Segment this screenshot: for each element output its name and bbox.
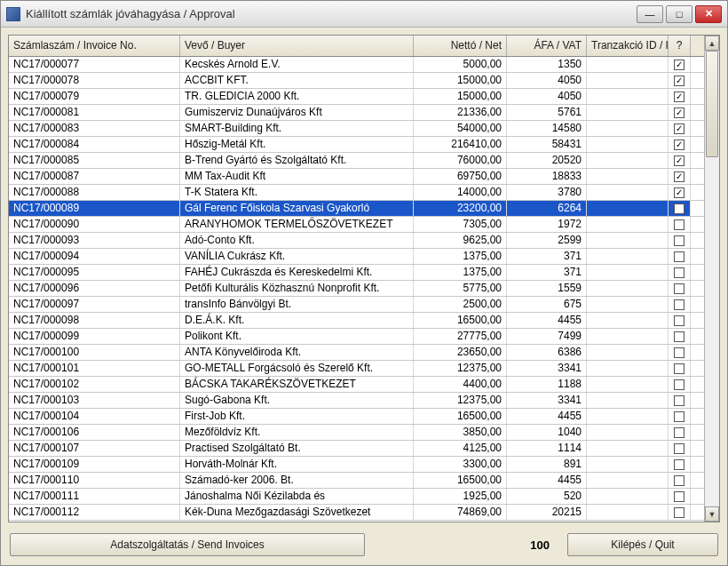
cell-tid — [587, 73, 669, 88]
approve-checkbox[interactable] — [674, 379, 684, 390]
approve-checkbox[interactable]: ✓ — [674, 187, 684, 198]
approve-checkbox[interactable] — [674, 347, 684, 358]
approve-checkbox[interactable] — [674, 267, 684, 278]
cell-check — [669, 313, 691, 328]
scroll-thumb[interactable] — [706, 51, 718, 157]
approve-checkbox[interactable]: ✓ — [674, 171, 684, 182]
table-row[interactable]: NC17/000095FAHÉJ Cukrászda és Kereskedel… — [9, 265, 704, 281]
table-row[interactable]: NC17/000084Hőszig-Metál Kft.216410,00584… — [9, 137, 704, 153]
approve-checkbox[interactable]: ✓ — [674, 155, 684, 166]
approve-checkbox[interactable] — [674, 507, 684, 518]
approve-checkbox[interactable]: ✓ — [674, 60, 684, 70]
approve-checkbox[interactable] — [674, 443, 684, 454]
cell-check: ✓ — [669, 137, 691, 152]
approve-checkbox[interactable] — [674, 299, 684, 310]
col-net[interactable]: Nettó / Net — [414, 36, 507, 56]
cell-net: 2500,00 — [414, 297, 507, 312]
table-row[interactable]: NC17/000112Kék-Duna Mezőgazdasági Szövet… — [9, 505, 704, 521]
col-invoice[interactable]: Számlaszám / Invoice No. — [9, 36, 180, 56]
table-row[interactable]: NC17/000077Kecskés Arnold E.V.5000,00135… — [9, 57, 704, 73]
approve-checkbox[interactable] — [674, 491, 684, 502]
cell-invoice: NC17/000094 — [9, 249, 180, 264]
table-row[interactable]: NC17/000096Petőfi Kulturális Közhasznú N… — [9, 281, 704, 297]
table-row[interactable]: NC17/000093Adó-Conto Kft.9625,002599 — [9, 233, 704, 249]
send-invoices-button[interactable]: Adatszolgáltatás / Send Invoices — [10, 533, 365, 556]
cell-buyer: Polikont Kft. — [180, 329, 414, 344]
table-row[interactable]: NC17/000099Polikont Kft.27775,007499 — [9, 329, 704, 345]
col-buyer[interactable]: Vevő / Buyer — [180, 36, 414, 56]
cell-invoice: NC17/000077 — [9, 57, 180, 72]
approve-checkbox[interactable] — [674, 395, 684, 406]
minimize-button[interactable]: — — [637, 5, 663, 23]
table-row[interactable]: NC17/000079TR. GLEDICIA 2000 Kft.15000,0… — [9, 89, 704, 105]
approve-checkbox[interactable] — [674, 203, 684, 214]
approve-checkbox[interactable] — [674, 427, 684, 438]
scroll-down-button[interactable]: ▼ — [705, 506, 719, 522]
approve-checkbox[interactable] — [674, 363, 684, 374]
cell-buyer: Gumiszerviz Dunaújváros Kft — [180, 105, 414, 120]
approve-checkbox[interactable] — [674, 235, 684, 246]
table-row[interactable]: NC17/000081Gumiszerviz Dunaújváros Kft21… — [9, 105, 704, 121]
cell-invoice: NC17/000100 — [9, 345, 180, 360]
window-buttons: — □ ✕ — [637, 5, 722, 23]
table-row[interactable]: NC17/000101GO-METALL Forgácsoló és Szere… — [9, 361, 704, 377]
quit-button[interactable]: Kilépés / Quit — [567, 533, 718, 556]
approve-checkbox[interactable] — [674, 411, 684, 422]
table-row[interactable]: NC17/000087MM Tax-Audit Kft69750,0018833… — [9, 169, 704, 185]
approve-checkbox[interactable]: ✓ — [674, 140, 684, 150]
approve-checkbox[interactable]: ✓ — [674, 92, 684, 102]
close-button[interactable]: ✕ — [695, 5, 722, 23]
cell-invoice: NC17/000090 — [9, 217, 180, 232]
table-row[interactable]: NC17/000085B-Trend Gyártó és Szolgáltató… — [9, 153, 704, 169]
cell-net: 54000,00 — [414, 121, 507, 136]
table-row[interactable]: NC17/000111Jánoshalma Női Kézilabda és19… — [9, 489, 704, 505]
table-row[interactable]: NC17/000089Gál Ferenc Főiskola Szarvasi … — [9, 201, 704, 217]
send-label: Adatszolgáltatás / Send Invoices — [110, 538, 264, 551]
cell-net: 23200,00 — [414, 201, 507, 216]
cell-buyer: ACCBIT KFT. — [180, 73, 414, 88]
table-row[interactable]: NC17/000102BÁCSKA TAKARÉKSZÖVETKEZET4400… — [9, 377, 704, 393]
approve-checkbox[interactable] — [674, 219, 684, 230]
maximize-button[interactable]: □ — [666, 5, 692, 23]
table-row[interactable]: NC17/000100ANTA Könyvelőiroda Kft.23650,… — [9, 345, 704, 361]
table-row[interactable]: NC17/000103Sugó-Gabona Kft.12375,003341 — [9, 393, 704, 409]
cell-net: 1375,00 — [414, 265, 507, 280]
col-vat[interactable]: ÁFA / VAT — [507, 36, 587, 56]
approve-checkbox[interactable] — [674, 331, 684, 342]
scroll-track[interactable] — [705, 51, 719, 506]
table-row[interactable]: NC17/000106Mezőföldvíz Kft.3850,001040 — [9, 425, 704, 441]
vertical-scrollbar[interactable]: ▲ ▼ — [704, 36, 719, 522]
col-check[interactable]: ? — [669, 36, 691, 56]
table-row[interactable]: NC17/000104First-Job Kft.16500,004455 — [9, 409, 704, 425]
approve-checkbox[interactable] — [674, 283, 684, 294]
table-row[interactable]: NC17/000097transInfo Bánvölgyi Bt.2500,0… — [9, 297, 704, 313]
approve-checkbox[interactable] — [674, 315, 684, 326]
table-row[interactable]: NC17/000090ARANYHOMOK TERMELŐSZÖVETKEZET… — [9, 217, 704, 233]
approve-checkbox[interactable] — [674, 459, 684, 470]
scroll-up-button[interactable]: ▲ — [705, 36, 719, 51]
cell-buyer: transInfo Bánvölgyi Bt. — [180, 297, 414, 312]
cell-buyer: B-Trend Gyártó és Szolgáltató Kft. — [180, 153, 414, 168]
cell-invoice: NC17/000106 — [9, 425, 180, 440]
col-tid[interactable]: Tranzakció ID / ID — [587, 36, 669, 56]
table-row[interactable]: NC17/000078ACCBIT KFT.15000,004050✓ — [9, 73, 704, 89]
table-row[interactable]: NC17/000107Practised Szolgáltató Bt.4125… — [9, 441, 704, 457]
cell-vat: 20215 — [507, 505, 587, 520]
cell-invoice: NC17/000079 — [9, 89, 180, 104]
approve-checkbox[interactable]: ✓ — [674, 124, 684, 134]
cell-buyer: Horváth-Molnár Kft. — [180, 457, 414, 472]
approve-checkbox[interactable]: ✓ — [674, 108, 684, 118]
table-row[interactable]: NC17/000094VANÍLIA Cukrász Kft.1375,0037… — [9, 249, 704, 265]
cell-vat: 4455 — [507, 409, 587, 424]
table-row[interactable]: NC17/000088T-K Statera Kft.14000,003780✓ — [9, 185, 704, 201]
table-row[interactable]: NC17/000083SMART-Building Kft.54000,0014… — [9, 121, 704, 137]
cell-net: 12375,00 — [414, 393, 507, 408]
table-row[interactable]: NC17/000110Számadó-ker 2006. Bt.16500,00… — [9, 473, 704, 489]
table-row[interactable]: NC17/000109Horváth-Molnár Kft.3300,00891 — [9, 457, 704, 473]
invoice-grid[interactable]: Számlaszám / Invoice No. Vevő / Buyer Ne… — [9, 36, 704, 522]
table-row[interactable]: NC17/000098D.E.Á.K. Kft.16500,004455 — [9, 313, 704, 329]
approve-checkbox[interactable] — [674, 251, 684, 262]
chevron-down-icon: ▼ — [708, 510, 716, 519]
approve-checkbox[interactable]: ✓ — [674, 76, 684, 86]
approve-checkbox[interactable] — [674, 475, 684, 486]
